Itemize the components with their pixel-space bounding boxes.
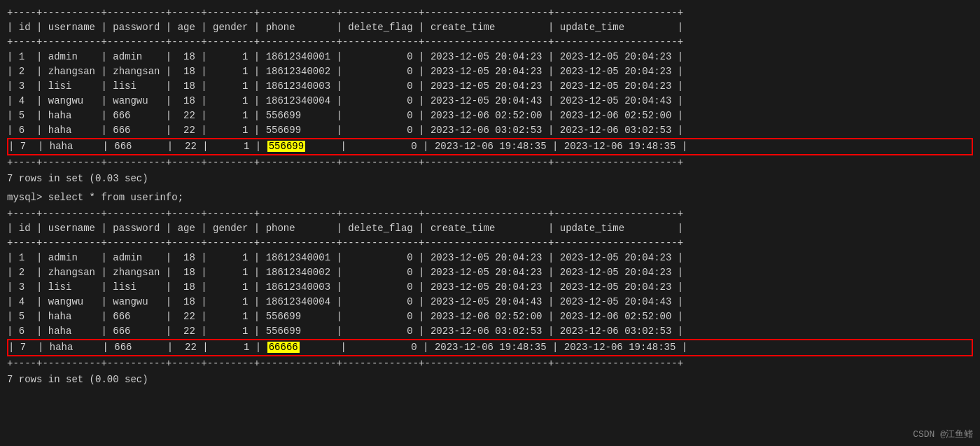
table-row: | 6 | haha | 666 | 22 | 1 | 556699 | 0 |… [7,324,973,339]
table-row: | 5 | haha | 666 | 22 | 1 | 556699 | 0 |… [7,309,973,324]
watermark: CSDN @江鱼鳍 [913,428,973,440]
divider-top-1: +----+----------+----------+-----+------… [7,6,973,20]
divider-bot-2: +----+----------+----------+-----+------… [7,356,973,371]
highlighted-row-2: | 7 | haha | 666 | 22 | 1 | 66666 | 0 | … [7,339,973,356]
table-row: | 6 | haha | 666 | 22 | 1 | 556699 | 0 |… [7,123,973,138]
table-row: | 4 | wangwu | wangwu | 18 | 1 | 1861234… [7,295,973,309]
data-rows-2: | 1 | admin | admin | 18 | 1 | 186123400… [7,251,973,339]
table-row: | 1 | admin | admin | 18 | 1 | 186123400… [7,50,973,64]
divider-mid-1: +----+----------+----------+-----+------… [7,35,973,50]
data-rows-1: | 1 | admin | admin | 18 | 1 | 186123400… [7,50,973,138]
mysql-command: mysql> select * from userinfo; [7,189,973,207]
terminal: +----+----------+----------+-----+------… [7,6,973,389]
table-row: | 3 | lisi | lisi | 18 | 1 | 18612340003… [7,79,973,94]
divider-top-2: +----+----------+----------+-----+------… [7,207,973,221]
divider-bot-1: +----+----------+----------+-----+------… [7,155,973,170]
phone-highlight-1: 556699 [267,141,305,152]
section1: +----+----------+----------+-----+------… [7,6,973,188]
header-row-2: | id | username | password | age | gende… [7,221,973,236]
table-row: | 2 | zhangsan | zhangsan | 18 | 1 | 186… [7,64,973,79]
highlighted-row-1: | 7 | haha | 666 | 22 | 1 | 556699 | 0 |… [7,138,973,155]
table-row: | 1 | admin | admin | 18 | 1 | 186123400… [7,251,973,265]
divider-mid-2: +----+----------+----------+-----+------… [7,236,973,251]
section2: +----+----------+----------+-----+------… [7,207,973,389]
result-2: 7 rows in set (0.00 sec) [7,371,973,389]
phone-highlight-2: 66666 [267,342,300,353]
table-row: | 3 | lisi | lisi | 18 | 1 | 18612340003… [7,280,973,295]
table-row: | 2 | zhangsan | zhangsan | 18 | 1 | 186… [7,265,973,280]
header-row-1: | id | username | password | age | gende… [7,20,973,35]
table-row: | 5 | haha | 666 | 22 | 1 | 556699 | 0 |… [7,109,973,123]
table-row: | 4 | wangwu | wangwu | 18 | 1 | 1861234… [7,94,973,109]
result-1: 7 rows in set (0.03 sec) [7,170,973,188]
